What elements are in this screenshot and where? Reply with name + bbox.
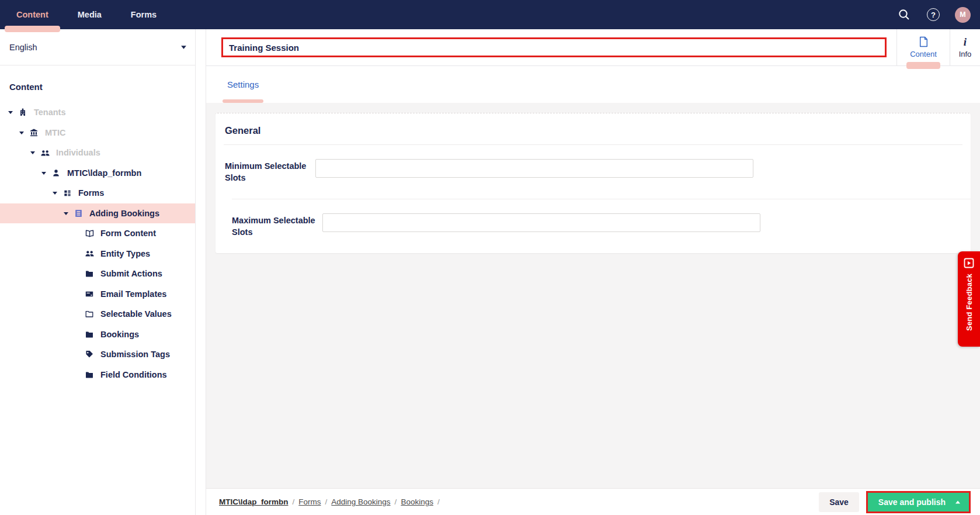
tree-item-field-conditions[interactable]: Field Conditions xyxy=(0,365,195,385)
app-tab-content[interactable]: Content xyxy=(896,29,950,65)
users-icon xyxy=(40,148,50,158)
content-tree: Tenants MTIC Individuals xyxy=(0,102,195,385)
field-label: Minimum Selectable Slots xyxy=(225,159,315,184)
tab-settings-label: Settings xyxy=(227,80,259,89)
sidebar-heading: Content xyxy=(0,65,195,92)
save-and-publish-button[interactable]: Save and publish xyxy=(868,493,969,511)
tree-item-label: Forms xyxy=(78,188,104,198)
folder-icon xyxy=(84,370,95,379)
tree-item-label: Individuals xyxy=(56,148,100,157)
nav-tab-forms[interactable]: Forms xyxy=(119,0,168,29)
top-navbar: Content Media Forms ? M xyxy=(0,0,980,29)
nav-tab-media-label: Media xyxy=(78,10,102,19)
folder-icon xyxy=(84,330,95,339)
nav-tab-content[interactable]: Content xyxy=(5,0,60,29)
tree-item-label: Bookings xyxy=(100,330,139,339)
tree-item-label: Submission Tags xyxy=(100,350,170,359)
nav-tab-content-label: Content xyxy=(16,10,48,19)
info-icon: i xyxy=(964,37,967,47)
breadcrumb-separator: / xyxy=(395,497,397,506)
field-label: Maximum Selectable Slots xyxy=(232,213,322,238)
tree-item-bookings[interactable]: Bookings xyxy=(0,324,195,345)
tree-item-label: Selectable Values xyxy=(100,309,172,319)
nav-tab-media[interactable]: Media xyxy=(66,0,113,29)
chevron-down-icon xyxy=(180,44,187,50)
editor-header: Content i Info xyxy=(206,29,980,66)
tree-item-form-content[interactable]: Form Content xyxy=(0,223,195,244)
breadcrumb-link[interactable]: MTIC\ldap_formbn xyxy=(219,497,289,506)
breadcrumb-link[interactable]: Bookings xyxy=(401,497,433,506)
breadcrumb-link[interactable]: Adding Bookings xyxy=(331,497,390,506)
footer-actions: Save Save and publish xyxy=(819,491,971,513)
users-icon xyxy=(84,248,95,258)
editor-tab-strip: Settings xyxy=(206,66,980,103)
help-icon[interactable]: ? xyxy=(926,7,941,22)
editor-footer: MTIC\ldap_formbn / Forms / Adding Bookin… xyxy=(206,488,980,515)
content-name-input[interactable] xyxy=(221,37,887,57)
tree-item-label: MTIC\ldap_formbn xyxy=(67,168,141,178)
save-and-publish-label: Save and publish xyxy=(878,497,946,507)
caret-down-icon[interactable] xyxy=(39,170,48,176)
caret-down-icon[interactable] xyxy=(28,150,37,155)
tree-item-label: Adding Bookings xyxy=(89,209,159,218)
tree-item-label: Email Templates xyxy=(100,289,166,299)
tree-item-selectable-values[interactable]: Selectable Values xyxy=(0,304,195,324)
field-row-minimum-selectable-slots: Minimum Selectable Slots xyxy=(216,145,971,199)
active-tab-indicator xyxy=(5,26,60,32)
form-document-icon xyxy=(73,209,84,218)
tree-item-mtic[interactable]: MTIC xyxy=(0,123,195,143)
app-tab-info[interactable]: i Info xyxy=(950,29,980,65)
language-label: English xyxy=(9,43,37,52)
email-icon xyxy=(84,289,95,299)
minimum-selectable-slots-input[interactable] xyxy=(315,159,753,178)
avatar[interactable]: M xyxy=(955,7,971,23)
send-feedback-label: Send Feedback xyxy=(965,274,974,331)
field-row-maximum-selectable-slots: Maximum Selectable Slots xyxy=(232,199,971,253)
caret-down-icon[interactable] xyxy=(6,109,15,115)
app-tab-info-label: Info xyxy=(959,50,972,58)
save-button[interactable]: Save xyxy=(819,492,859,512)
tree-item-submission-tags[interactable]: Submission Tags xyxy=(0,344,195,365)
bank-icon xyxy=(29,128,39,137)
grid-icon xyxy=(62,189,72,198)
building-icon xyxy=(18,108,28,117)
tree-item-label: MTIC xyxy=(45,128,65,137)
nav-tab-forms-label: Forms xyxy=(131,10,157,19)
tree-item-email-templates[interactable]: Email Templates xyxy=(0,284,195,305)
tree-item-label: Tenants xyxy=(34,108,66,117)
tree-item-entity-types[interactable]: Entity Types xyxy=(0,244,195,264)
tree-item-individuals[interactable]: Individuals xyxy=(0,143,195,163)
tag-icon xyxy=(84,350,95,359)
book-icon xyxy=(84,229,95,238)
language-picker[interactable]: English xyxy=(0,29,195,65)
breadcrumb-separator: / xyxy=(325,497,328,506)
tree-item-submit-actions[interactable]: Submit Actions xyxy=(0,264,195,284)
splitter-gutter[interactable] xyxy=(196,29,206,515)
tree-item-forms[interactable]: Forms xyxy=(0,183,195,203)
maximum-selectable-slots-input[interactable] xyxy=(322,213,760,232)
caret-down-icon[interactable] xyxy=(17,130,26,136)
caret-down-icon[interactable] xyxy=(50,190,60,196)
content-app-tabs: Content i Info xyxy=(896,29,980,65)
breadcrumb-link[interactable]: Forms xyxy=(298,497,321,506)
caret-down-icon[interactable] xyxy=(61,210,71,216)
tree-item-mtic-ldap-formbn[interactable]: MTIC\ldap_formbn xyxy=(0,163,195,184)
editor-content: General Minimum Selectable Slots Maximum… xyxy=(206,103,980,488)
app-tab-content-label: Content xyxy=(910,50,937,58)
tree-item-tenants[interactable]: Tenants xyxy=(0,102,195,123)
search-icon[interactable] xyxy=(896,7,912,22)
section-tabs: Content Media Forms xyxy=(5,0,174,29)
caret-up-icon[interactable] xyxy=(955,500,961,504)
tree-item-adding-bookings[interactable]: Adding Bookings xyxy=(0,203,195,224)
breadcrumb-separator: / xyxy=(437,497,440,506)
tree-item-label: Field Conditions xyxy=(100,370,167,379)
avatar-initial: M xyxy=(960,11,965,19)
editor-pane: Content i Info Settings General Minimu xyxy=(206,29,980,515)
tab-settings[interactable]: Settings xyxy=(225,66,261,103)
tree-item-label: Entity Types xyxy=(100,249,150,258)
tree-item-label: Form Content xyxy=(100,229,156,238)
general-section-card: General Minimum Selectable Slots Maximum… xyxy=(216,113,971,253)
active-tab-underline xyxy=(223,99,263,103)
send-feedback-button[interactable]: Send Feedback xyxy=(958,251,980,347)
breadcrumb: MTIC\ldap_formbn / Forms / Adding Bookin… xyxy=(219,497,440,506)
